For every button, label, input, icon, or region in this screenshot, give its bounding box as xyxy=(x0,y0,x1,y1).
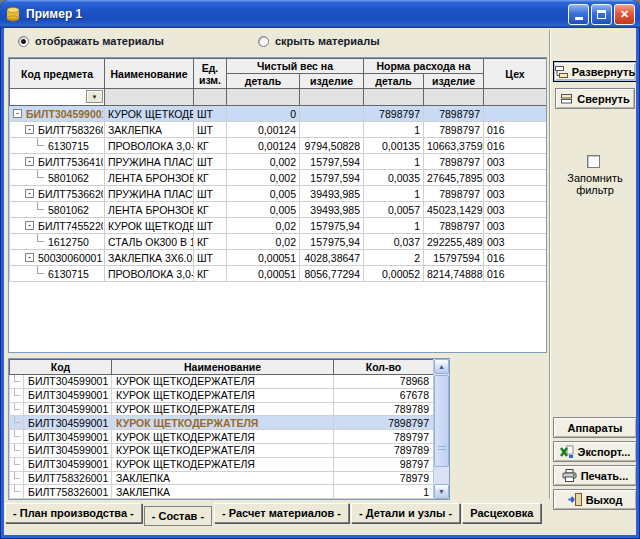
collapse-toggle-icon[interactable]: - xyxy=(25,157,34,166)
plan-grid-row[interactable]: БИЛТ758326001ЗАКЛЕПКА78979 xyxy=(10,471,434,485)
plan-name-cell: КУРОК ЩЕТКОДЕРЖАТЕЛЯ xyxy=(112,430,334,444)
plan-code-cell: БИЛТ304599001 xyxy=(24,388,112,402)
plan-grid-row[interactable]: БИЛТ304599001КУРОК ЩЕТКОДЕРЖАТЕЛЯ789789 xyxy=(10,402,434,416)
tab-4[interactable]: - Детали и узлы - xyxy=(351,503,460,523)
tree-grid-row[interactable]: -БИЛТ753662005ПРУЖИНА ПЛАСТИНЧ.ШТ0,00539… xyxy=(10,186,547,202)
plan-grid-row[interactable]: БИЛТ304599001КУРОК ЩЕТКОДЕРЖАТЕЛЯ98797 xyxy=(10,457,434,471)
plan-grid-row[interactable]: БИЛТ758326001ЗАКЛЕПКА1 xyxy=(10,485,434,499)
shop-cell: 016 xyxy=(484,250,547,266)
scroll-thumb[interactable] xyxy=(434,375,449,467)
maximize-button[interactable] xyxy=(591,4,612,25)
tree-grid-row[interactable]: -БИЛТ758326001ЗАКЛЕПКАШТ0,00124178987970… xyxy=(10,122,547,138)
tab-3[interactable]: - Расчет материалов - xyxy=(214,503,349,523)
row-indicator-mark xyxy=(14,485,20,492)
plan-name-cell: ЗАКЛЕПКА xyxy=(112,471,334,485)
excel-export-icon xyxy=(560,445,574,458)
tree-grid-row[interactable]: -БИЛТ745522006КУРОК ЩЕТКОДЕРЖАТШТ0,02157… xyxy=(10,218,547,234)
plan-name-cell: КУРОК ЩЕТКОДЕРЖАТЕЛЯ xyxy=(112,416,334,430)
tree-grid-row[interactable]: -БИЛТ304599001КУРОК ЩЕТКОДЕРЖАТШТ0789879… xyxy=(10,106,547,122)
close-button[interactable]: ✕ xyxy=(614,4,635,25)
bottom-tab-bar: - План производства -- Состав -- Расчет … xyxy=(5,503,543,527)
scroll-down-button[interactable]: ▼ xyxy=(434,484,449,499)
client-area: отображать материалы скрыть материалы Ко… xyxy=(4,28,636,535)
item-name-cell: ЛЕНТА БРОНЗОВАЯ ДК xyxy=(105,202,194,218)
unit-cell: КГ xyxy=(194,170,227,186)
net-weight-product-cell: 8056,77294 xyxy=(300,266,364,282)
row-indicator-cell xyxy=(10,416,24,430)
col-header-name: Наименование xyxy=(105,59,194,89)
app-icon xyxy=(5,6,21,22)
net-weight-part-cell: 0,005 xyxy=(227,186,300,202)
col-header-rate: Норма расхода на xyxy=(364,59,484,74)
unit-cell: КГ xyxy=(194,266,227,282)
collapse-toggle-icon[interactable]: - xyxy=(25,125,34,134)
plan-grid-row[interactable]: БИЛТ304599001КУРОК ЩЕТКОДЕРЖАТЕЛЯ789789 xyxy=(10,443,434,457)
tree-grid-row[interactable]: 6130715ПРОВОЛОКА 3,0-П-2-10КГ0,000518056… xyxy=(10,266,547,282)
plan-qty-cell: 67678 xyxy=(334,388,434,402)
item-code-cell: -БИЛТ745522006 xyxy=(10,218,105,234)
item-name-cell: ЛЕНТА БРОНЗОВАЯ ДК xyxy=(105,170,194,186)
net-weight-product-cell xyxy=(300,106,364,122)
item-code: 1612750 xyxy=(48,236,89,248)
tree-grid-row[interactable]: -БИЛТ753641003ПРУЖИНА ПЛАСТИНЧ.ШТ0,00215… xyxy=(10,154,547,170)
printer-icon xyxy=(562,469,577,482)
unit-cell: КГ xyxy=(194,202,227,218)
tree-grid-row[interactable]: 5801062ЛЕНТА БРОНЗОВАЯ ДККГ0,00539493,98… xyxy=(10,202,547,218)
item-code: БИЛТ745522006 xyxy=(38,220,103,232)
filter-dropdown-button[interactable]: ▼ xyxy=(86,90,103,103)
export-button[interactable]: Экспорт... xyxy=(553,441,636,462)
item-code-cell: 5801062 xyxy=(10,202,105,218)
print-button[interactable]: Печать... xyxy=(553,465,636,486)
radio-selected-icon xyxy=(18,36,29,47)
shop-cell: 016 xyxy=(484,266,547,282)
col-header-net-weight: Чистый вес на xyxy=(227,59,364,74)
col-header-rate-part: деталь xyxy=(364,74,424,89)
col-header-shop: Цех xyxy=(484,59,547,89)
plan-grid-row[interactable]: БИЛТ304599001КУРОК ЩЕТКОДЕРЖАТЕЛЯ67678 xyxy=(10,388,434,402)
expand-button[interactable]: Развернуть xyxy=(553,61,636,82)
unit-cell: ШТ xyxy=(194,106,227,122)
tree-grid-row[interactable]: 6130715ПРОВОЛОКА 3,0-П-2-10КГ0,001249794… xyxy=(10,138,547,154)
plan-name-cell: КУРОК ЩЕТКОДЕРЖАТЕЛЯ xyxy=(112,375,334,389)
row-indicator-mark xyxy=(14,403,20,410)
rate-part-cell: 0,037 xyxy=(364,234,424,250)
collapse-toggle-icon[interactable]: - xyxy=(25,221,34,230)
net-weight-part-cell: 0,00124 xyxy=(227,138,300,154)
rate-part-cell: 1 xyxy=(364,218,424,234)
item-code-cell: 6130715 xyxy=(10,138,105,154)
minimize-button[interactable] xyxy=(568,4,589,25)
plan-grid-row[interactable]: БИЛТ304599001КУРОК ЩЕТКОДЕРЖАТЕЛЯ78968 xyxy=(10,375,434,389)
plan-qty-cell: 789789 xyxy=(334,402,434,416)
scroll-up-button[interactable]: ▲ xyxy=(434,359,449,374)
tab-5[interactable]: Расцеховка xyxy=(462,503,541,523)
plan-name-cell: КУРОК ЩЕТКОДЕРЖАТЕЛЯ xyxy=(112,388,334,402)
plan-grid-row[interactable]: БИЛТ304599001КУРОК ЩЕТКОДЕРЖАТЕЛЯ7898797 xyxy=(10,416,434,430)
collapse-toggle-icon[interactable]: - xyxy=(25,189,34,198)
unit-cell: КГ xyxy=(194,234,227,250)
radio-hide-materials[interactable]: скрыть материалы xyxy=(258,35,380,47)
item-code-cell: -БИЛТ758326001 xyxy=(10,122,105,138)
tab-1[interactable]: - План производства - xyxy=(5,503,142,523)
item-code-cell: -50030060001 xyxy=(10,250,105,266)
item-code: 5801062 xyxy=(48,204,89,216)
radio-show-materials[interactable]: отображать материалы xyxy=(18,35,164,47)
bottom-grid-scrollbar[interactable]: ▲ ▼ xyxy=(433,359,449,499)
collapse-button[interactable]: Свернуть xyxy=(555,88,635,109)
tree-grid-row[interactable]: 5801062ЛЕНТА БРОНЗОВАЯ ДККГ0,00215797,59… xyxy=(10,170,547,186)
exit-button[interactable]: Выход xyxy=(553,489,636,510)
row-indicator-cell xyxy=(10,471,24,485)
plan-grid-row[interactable]: БИЛТ304599001КУРОК ЩЕТКОДЕРЖАТЕЛЯ789797 xyxy=(10,430,434,444)
tree-elbow-line xyxy=(37,170,44,178)
item-code: 50030060001 xyxy=(38,252,102,264)
tab-2[interactable]: - Состав - xyxy=(144,506,212,526)
item-code: 6130715 xyxy=(48,140,89,152)
title-bar[interactable]: Пример 1 ✕ xyxy=(0,0,640,28)
rate-part-cell: 7898797 xyxy=(364,106,424,122)
tree-grid-row[interactable]: 1612750СТАЛЬ ОК300 В 1-3-СТКГ0,02157975,… xyxy=(10,234,547,250)
radio-hide-label: скрыть материалы xyxy=(275,35,380,47)
remember-filter-checkbox[interactable] xyxy=(587,155,600,168)
collapse-toggle-icon[interactable]: - xyxy=(25,253,34,262)
devices-button[interactable]: Аппараты xyxy=(553,417,636,438)
collapse-toggle-icon[interactable]: - xyxy=(13,109,22,118)
tree-grid-row[interactable]: -50030060001ЗАКЛЕПКА 3Х6.0110КДШТ0,00051… xyxy=(10,250,547,266)
